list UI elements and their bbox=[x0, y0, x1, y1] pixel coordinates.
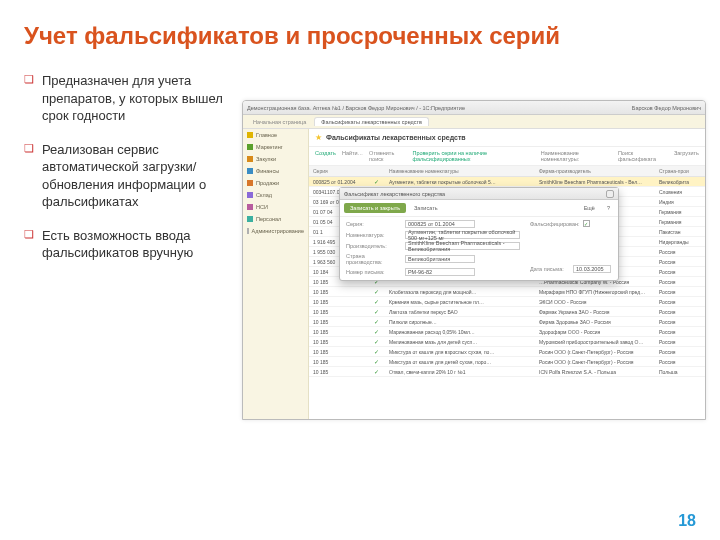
cell-country: Россия bbox=[655, 257, 705, 267]
country-label: Страна производства: bbox=[346, 253, 402, 265]
cell-producer: Здорофарм ООО - Россия bbox=[535, 327, 655, 337]
cell-nomen: Лактоза таблетки перкус БАО bbox=[385, 307, 535, 317]
fals-label: Фальсифицирован: bbox=[530, 221, 580, 227]
slide-title: Учет фальсификатов и просроченных серий bbox=[0, 0, 720, 50]
cell-series: 10 185 bbox=[309, 307, 367, 317]
cell-country: Польша bbox=[655, 367, 705, 377]
bullet-item: Предназначен для учета препаратов, у кот… bbox=[24, 72, 234, 141]
cell-producer: Фирма Здоровье ЗАО - Россия bbox=[535, 317, 655, 327]
date-input[interactable]: 10.03.2005 bbox=[573, 265, 611, 273]
sidebar-icon bbox=[247, 192, 253, 198]
table-row[interactable]: 10 185✓Отвал, свечи-капли 20% 10 г №1ICN… bbox=[309, 367, 705, 377]
cell-nomen: Мелинованная мазь для детей сусп… bbox=[385, 337, 535, 347]
cell-check: ✓ bbox=[367, 348, 385, 355]
sidebar-label: НСИ bbox=[256, 204, 268, 210]
cell-check: ✓ bbox=[367, 308, 385, 315]
cell-producer: Росин ООО (г.Санкт-Петербург) - Россия bbox=[535, 357, 655, 367]
cell-country: Россия bbox=[655, 347, 705, 357]
sidebar-item[interactable]: Персонал bbox=[243, 213, 308, 225]
search-fals-button[interactable]: Поиск фальсификата bbox=[618, 150, 668, 162]
sidebar-item[interactable]: Продажи bbox=[243, 177, 308, 189]
table-row[interactable]: 10 185✓Лактоза таблетки перкус БАОФармак… bbox=[309, 307, 705, 317]
more-button[interactable]: Ещё bbox=[580, 203, 599, 213]
producer-input[interactable]: SmithKline Beecham Pharmaceuticals - Вел… bbox=[405, 242, 520, 250]
modal-titlebar: Фальсификат лекарственного средства bbox=[340, 188, 618, 200]
sidebar-icon bbox=[247, 228, 249, 234]
cell-check: ✓ bbox=[367, 318, 385, 325]
tab-active[interactable]: Фальсификаты лекарственных средств bbox=[314, 117, 429, 126]
cancel-search-button[interactable]: Отменить поиск bbox=[369, 150, 406, 162]
cell-series: 000825 от 01.2004 bbox=[309, 177, 367, 187]
sidebar-icon bbox=[247, 168, 253, 174]
sidebar-item[interactable]: Склад bbox=[243, 189, 308, 201]
cell-producer: Мирафарм НПО ФГУП (Нижнегорский пред… bbox=[535, 287, 655, 297]
owner-label: Номер письма: bbox=[346, 269, 402, 275]
cell-check: ✓ bbox=[367, 368, 385, 375]
table-row[interactable]: 10 185✓Кремния мазь, сырье растительное … bbox=[309, 297, 705, 307]
cell-country: Индия bbox=[655, 197, 705, 207]
date-label: Дата письма: bbox=[530, 266, 570, 272]
cell-series: 10 185 bbox=[309, 317, 367, 327]
sidebar-label: Продажи bbox=[256, 180, 279, 186]
cell-producer: ЭКСИ ООО - Россия bbox=[535, 297, 655, 307]
cell-series: 10 185 bbox=[309, 357, 367, 367]
sidebar-icon bbox=[247, 144, 253, 150]
cell-country: Россия bbox=[655, 267, 705, 277]
sidebar-label: Маркетинг bbox=[256, 144, 283, 150]
find-button[interactable]: Найти… bbox=[342, 150, 363, 162]
bullet-item: Есть возможность ввода фальсификатов вру… bbox=[24, 227, 234, 278]
check-series-button[interactable]: Проверить серии на наличие фальсифициров… bbox=[412, 150, 534, 162]
cell-nomen: Маринованная расход 0,05% 10мл… bbox=[385, 327, 535, 337]
series-input[interactable]: 000825 от 01.2004 bbox=[405, 220, 475, 228]
fals-checkbox[interactable]: ✓ bbox=[583, 220, 590, 227]
create-button[interactable]: Создать bbox=[315, 150, 336, 162]
table-row[interactable]: 000825 от 01.2004✓Аугментин, таблетки по… bbox=[309, 177, 705, 187]
table-row[interactable]: 10 185✓Микстура от кашля для взрослых су… bbox=[309, 347, 705, 357]
cell-nomen: Клобетазола пероксид для мощной… bbox=[385, 287, 535, 297]
country-input[interactable]: Великобритания bbox=[405, 255, 475, 263]
cell-nomen: Микстура от кашля для взрослых сухая, по… bbox=[385, 347, 535, 357]
sidebar-item[interactable]: Главное bbox=[243, 129, 308, 141]
tab-bar: Начальная страница Фальсификаты лекарств… bbox=[243, 115, 705, 129]
cell-nomen: Микстура от кашля для детей сухая, поро… bbox=[385, 357, 535, 367]
table-row[interactable]: 10 185✓Микстура от кашля для детей сухая… bbox=[309, 357, 705, 367]
sidebar-label: Финансы bbox=[256, 168, 279, 174]
sidebar-item[interactable]: НСИ bbox=[243, 201, 308, 213]
sidebar-item[interactable]: Администрирование bbox=[243, 225, 308, 237]
sidebar-item[interactable]: Маркетинг bbox=[243, 141, 308, 153]
cell-country: Нидерланды bbox=[655, 237, 705, 247]
cell-check: ✓ bbox=[367, 338, 385, 345]
cell-country: Россия bbox=[655, 297, 705, 307]
col-check bbox=[367, 166, 385, 176]
cell-nomen: Пилюли сиропные… bbox=[385, 317, 535, 327]
sidebar-label: Администрирование bbox=[252, 228, 304, 234]
cell-country: Россия bbox=[655, 337, 705, 347]
table-row[interactable]: 10 185✓Маринованная расход 0,05% 10мл…Зд… bbox=[309, 327, 705, 337]
cell-country: Германия bbox=[655, 207, 705, 217]
owner-input[interactable]: РМ-96-82 bbox=[405, 268, 475, 276]
series-label: Серия: bbox=[346, 221, 402, 227]
help-icon[interactable]: ? bbox=[603, 203, 614, 213]
cell-producer: ICN Polfa Rzeszow S.A. - Польша bbox=[535, 367, 655, 377]
cell-series: 10 185 bbox=[309, 287, 367, 297]
table-row[interactable]: 10 185✓Пилюли сиропные…Фирма Здоровье ЗА… bbox=[309, 317, 705, 327]
cell-country: Великобрита bbox=[655, 177, 705, 187]
sidebar: ГлавноеМаркетингЗакупкиФинансыПродажиСкл… bbox=[243, 129, 309, 419]
table-row[interactable]: 10 185✓Мелинованная мазь для детей сусп…… bbox=[309, 337, 705, 347]
nomen-input[interactable]: Аугментин, таблетки покрытые оболочкой 5… bbox=[405, 231, 520, 239]
cell-check: ✓ bbox=[367, 288, 385, 295]
write-button[interactable]: Записать bbox=[410, 203, 442, 213]
cell-producer: Фармак Украина ЗАО - Россия bbox=[535, 307, 655, 317]
cell-country: Россия bbox=[655, 327, 705, 337]
table-row[interactable]: 10 185✓Клобетазола пероксид для мощной…М… bbox=[309, 287, 705, 297]
save-close-button[interactable]: Записать и закрыть bbox=[344, 203, 406, 213]
tab-home[interactable]: Начальная страница bbox=[247, 118, 312, 126]
cell-producer: SmithKline Beecham Pharmaceuticals - Вел… bbox=[535, 177, 655, 187]
sidebar-item[interactable]: Закупки bbox=[243, 153, 308, 165]
close-icon[interactable] bbox=[606, 190, 614, 198]
modal-title: Фальсификат лекарственного средства bbox=[344, 191, 445, 197]
sidebar-item[interactable]: Финансы bbox=[243, 165, 308, 177]
cell-series: 10 185 bbox=[309, 367, 367, 377]
col-nomen: Наименование номенклатуры bbox=[385, 166, 535, 176]
load-button[interactable]: Загрузить bbox=[674, 150, 699, 162]
